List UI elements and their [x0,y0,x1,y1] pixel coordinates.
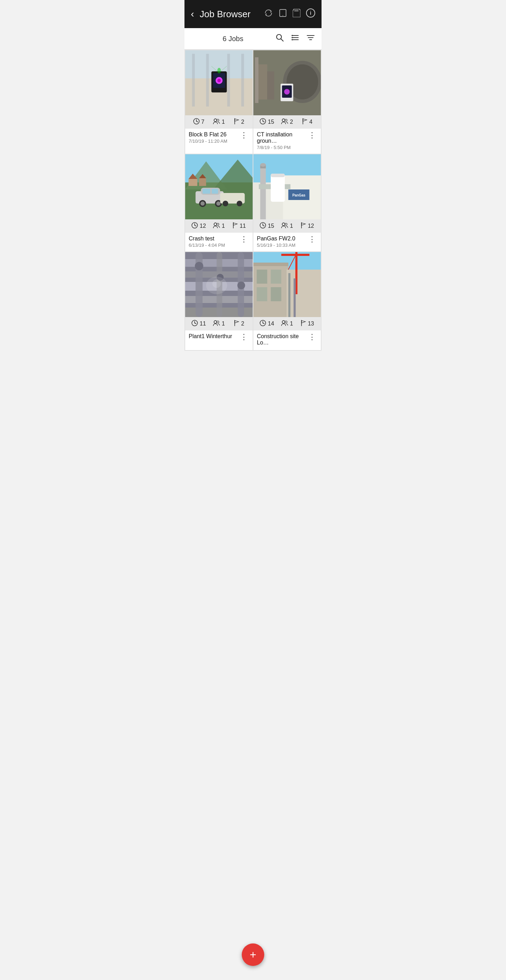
svg-point-134 [285,321,287,323]
clock-value: 14 [268,321,274,327]
svg-point-105 [195,262,203,270]
svg-point-1 [282,15,283,16]
users-value: 1 [222,119,225,125]
job-thumbnail [185,154,253,220]
svg-point-50 [282,119,285,122]
stat-clock: 12 [189,222,209,230]
job-card[interactable]: 14 1 [253,252,321,350]
svg-rect-125 [271,270,281,284]
clock-value: 7 [201,119,205,125]
job-menu-button[interactable]: ⋮ [239,132,249,139]
toolbar: 6 Jobs [184,28,322,49]
svg-point-29 [217,68,221,73]
svg-rect-127 [271,287,281,301]
svg-line-132 [263,323,264,324]
stat-users: 1 [277,320,297,328]
app-header: ‹ Job Browser [184,0,322,28]
users-icon [281,222,288,230]
job-text: Block B Flat 26 7/10/19 - 11:20 AM [189,132,227,144]
job-menu-button[interactable]: ⋮ [239,333,249,341]
info-icon[interactable]: i [306,8,315,20]
clock-icon [192,222,198,230]
svg-rect-57 [189,179,197,186]
svg-rect-24 [241,54,244,107]
toolbar-actions [275,33,315,44]
job-text: PanGas FW2.0 5/16/19 - 10:33 AM [257,235,295,248]
clock-icon [260,118,266,126]
job-name: Construction site Lo… [257,333,307,346]
svg-rect-22 [206,54,209,107]
back-button[interactable]: ‹ [191,8,194,20]
job-stats: 14 1 [253,317,321,331]
sd-card-icon[interactable] [293,9,300,19]
job-menu-button[interactable]: ⋮ [239,235,249,243]
job-menu-button[interactable]: ⋮ [307,333,317,341]
job-name: Crash test [189,235,225,242]
job-menu-button[interactable]: ⋮ [307,132,317,139]
flag-icon [302,118,308,126]
add-icon: + [250,949,257,960]
job-card[interactable]: PanGas 15 [253,154,321,251]
svg-point-113 [214,321,217,323]
clock-value: 15 [268,223,274,229]
stat-clock: 15 [257,118,277,126]
svg-rect-119 [253,262,289,266]
sync-icon[interactable] [264,8,273,20]
svg-rect-124 [257,270,267,284]
job-card[interactable]: 7 1 [185,50,253,154]
search-icon[interactable] [275,33,284,44]
svg-line-49 [263,121,264,122]
svg-rect-122 [281,254,309,256]
svg-point-46 [284,89,290,95]
svg-point-133 [282,321,285,323]
job-card[interactable]: 11 1 [185,252,253,350]
list-view-icon[interactable] [290,33,300,44]
job-thumbnail [185,252,253,317]
svg-point-84 [260,163,266,167]
job-text: CT installation groun… 7/8/19 - 5:50 PM [257,132,307,150]
users-icon [213,222,220,230]
svg-rect-129 [294,278,296,317]
job-name: Block B Flat 26 [189,132,227,138]
svg-rect-128 [289,273,290,317]
flag-value: 2 [241,321,244,327]
svg-rect-88 [271,173,285,202]
svg-point-75 [214,223,217,226]
flag-icon [234,320,239,328]
job-date: 7/8/19 - 5:50 PM [257,145,307,150]
add-job-button[interactable]: + [242,943,264,966]
svg-rect-126 [257,287,267,301]
svg-rect-64 [212,189,218,194]
users-icon [281,320,288,328]
flag-icon [234,118,239,126]
job-menu-button[interactable]: ⋮ [307,235,317,243]
stat-clock: 7 [189,118,209,126]
users-value: 1 [222,223,225,229]
svg-text:PanGas: PanGas [292,193,306,197]
job-text: Construction site Lo… [257,333,307,347]
stat-users: 1 [209,222,229,230]
clock-icon [192,320,198,328]
flag-value: 12 [308,223,314,229]
svg-line-92 [263,225,264,226]
job-thumbnail [185,50,253,115]
stat-clock: 11 [189,320,209,328]
job-thumbnail: PanGas [253,154,321,220]
job-card[interactable]: 12 1 [185,154,253,251]
job-stats: 11 1 [185,317,253,331]
stat-flag: 12 [297,222,317,230]
stat-users: 1 [277,222,297,230]
tablet-icon[interactable] [279,9,287,19]
svg-point-76 [217,223,219,225]
svg-rect-23 [227,54,230,107]
users-value: 2 [290,119,293,125]
job-card[interactable]: 15 2 [253,50,321,154]
stat-users: 1 [209,320,229,328]
svg-point-109 [213,280,221,288]
clock-value: 15 [268,119,274,125]
filter-icon[interactable] [306,33,315,44]
svg-text:i: i [310,10,311,16]
job-thumbnail [253,252,321,317]
stat-users: 2 [277,118,297,126]
users-value: 1 [222,321,225,327]
